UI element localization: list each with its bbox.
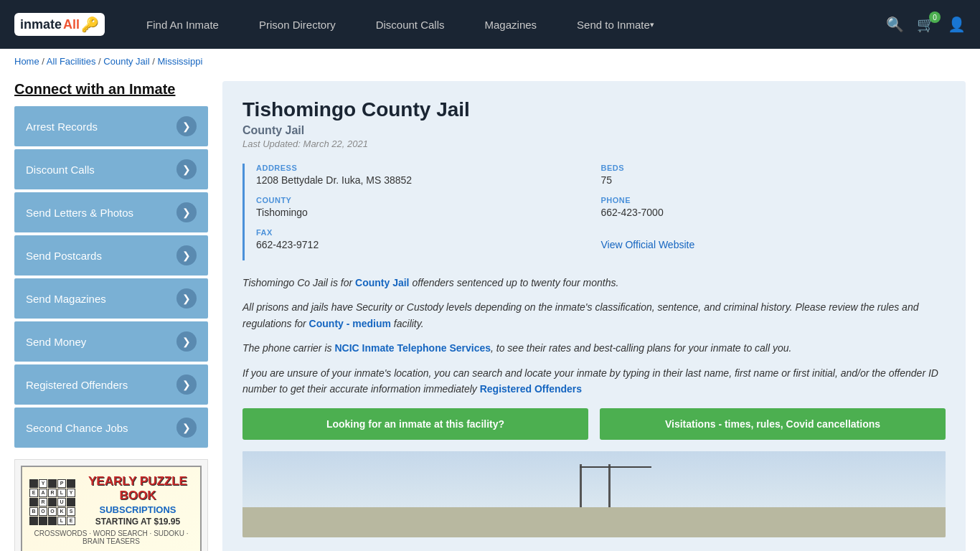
sidebar-label-arrest-records: Arrest Records [26, 121, 98, 133]
desc-para-1: Tishomingo Co Jail is for County Jail of… [242, 275, 946, 291]
beds-value: 75 [601, 174, 946, 186]
visitations-button[interactable]: Visitations - times, rules, Covid cancel… [600, 408, 946, 440]
sidebar-item-arrest-records[interactable]: Arrest Records ❯ [14, 106, 208, 146]
sidebar-label-send-postcards: Send Postcards [26, 250, 102, 262]
website-link[interactable]: View Official Website [601, 239, 695, 250]
sidebar-menu: Arrest Records ❯ Discount Calls ❯ Send L… [14, 106, 208, 448]
address-value: 1208 Bettydale Dr. Iuka, MS 38852 [256, 174, 601, 186]
sidebar-ad[interactable]: YP EARLY RU BOOKS LE YEARLY PUZZLE BOOK … [14, 459, 208, 551]
breadcrumb-mississippi[interactable]: Mississippi [157, 56, 202, 67]
sidebar-item-send-money[interactable]: Send Money ❯ [14, 321, 208, 362]
info-beds: BEDS 75 [601, 164, 946, 186]
nav-find-inmate[interactable]: Find An Inmate [126, 0, 239, 49]
desc-para-3: The phone carrier is NCIC Inmate Telepho… [242, 340, 946, 356]
ad-title: YEARLY PUZZLE BOOK [83, 474, 193, 503]
county-medium-link[interactable]: County - medium [309, 318, 391, 329]
nav-discount-calls[interactable]: Discount Calls [356, 0, 465, 49]
info-county: COUNTY Tishomingo [256, 196, 601, 218]
facility-updated: Last Updated: March 22, 2021 [242, 138, 946, 149]
ncic-link[interactable]: NCIC Inmate Telephone Services [334, 342, 491, 354]
facility-content: Tishomingo County Jail County Jail Last … [222, 81, 966, 551]
breadcrumb-county-jail[interactable]: County Jail [103, 56, 149, 67]
find-inmate-button[interactable]: Looking for an inmate at this facility? [242, 408, 588, 440]
desc-para-2: All prisons and jails have Security or C… [242, 299, 946, 331]
pole-left [580, 464, 582, 507]
arrow-icon: ❯ [176, 116, 197, 136]
breadcrumb: Home / All Facilities / County Jail / Mi… [0, 49, 980, 74]
sidebar-title: Connect with an Inmate [14, 81, 208, 98]
info-address: ADDRESS 1208 Bettydale Dr. Iuka, MS 3885… [256, 164, 601, 186]
facility-image [242, 451, 946, 537]
sidebar-item-send-postcards[interactable]: Send Postcards ❯ [14, 235, 208, 276]
phone-label: PHONE [601, 196, 946, 204]
info-website: View Official Website [601, 228, 946, 250]
logo[interactable]: inmate All 🔑 [14, 13, 105, 36]
sidebar-item-send-letters[interactable]: Send Letters & Photos ❯ [14, 192, 208, 232]
nav-magazines[interactable]: Magazines [465, 0, 557, 49]
county-value: Tishomingo [256, 207, 601, 218]
breadcrumb-all-facilities[interactable]: All Facilities [47, 56, 96, 67]
nav-send-to-inmate[interactable]: Send to Inmate [557, 0, 674, 49]
sidebar-item-second-chance-jobs[interactable]: Second Chance Jobs ❯ [14, 408, 208, 448]
nav-icons: 🔍 🛒 0 👤 [886, 16, 966, 33]
beds-label: BEDS [601, 164, 946, 172]
cart-button[interactable]: 🛒 0 [917, 16, 935, 33]
sidebar-label-registered-offenders: Registered Offenders [26, 379, 128, 391]
sidebar-item-discount-calls[interactable]: Discount Calls ❯ [14, 149, 208, 189]
sidebar-item-send-magazines[interactable]: Send Magazines ❯ [14, 278, 208, 319]
fax-value: 662-423-9712 [256, 239, 601, 250]
ad-small: CROSSWORDS · WORD SEARCH · SUDOKU · BRAI… [29, 529, 193, 545]
arrow-icon: ❯ [176, 159, 197, 179]
arrow-icon: ❯ [176, 331, 197, 352]
facility-description: Tishomingo Co Jail is for County Jail of… [242, 275, 946, 397]
fax-label: FAX [256, 228, 601, 237]
arrow-icon: ❯ [176, 245, 197, 265]
breadcrumb-home[interactable]: Home [14, 56, 39, 67]
info-phone: PHONE 662-423-7000 [601, 196, 946, 218]
facility-subtitle: County Jail [242, 124, 946, 137]
arrow-icon: ❯ [176, 375, 197, 395]
registered-offenders-link[interactable]: Registered Offenders [480, 383, 582, 395]
sidebar-label-send-letters: Send Letters & Photos [26, 207, 133, 219]
info-fax: FAX 662-423-9712 [256, 228, 601, 250]
ad-subtitle: SUBSCRIPTIONS [83, 504, 193, 515]
sidebar-label-send-magazines: Send Magazines [26, 293, 106, 305]
sidebar-item-registered-offenders[interactable]: Registered Offenders ❯ [14, 364, 208, 405]
logo-text: inmate [20, 17, 62, 32]
sidebar-label-second-chance-jobs: Second Chance Jobs [26, 422, 128, 434]
wire [580, 466, 651, 468]
navbar: inmate All 🔑 Find An Inmate Prison Direc… [0, 0, 980, 49]
website-spacer [601, 228, 946, 237]
county-jail-link[interactable]: County Jail [355, 277, 409, 288]
nav-prison-directory[interactable]: Prison Directory [239, 0, 356, 49]
arrow-icon: ❯ [176, 418, 197, 438]
sidebar: Connect with an Inmate Arrest Records ❯ … [14, 81, 208, 551]
arrow-icon: ❯ [176, 288, 197, 309]
sidebar-label-send-money: Send Money [26, 336, 86, 348]
county-label: COUNTY [256, 196, 601, 204]
sidebar-label-discount-calls: Discount Calls [26, 164, 95, 176]
info-grid: ADDRESS 1208 Bettydale Dr. Iuka, MS 3885… [242, 164, 946, 260]
desc-para-4: If you are unsure of your inmate's locat… [242, 365, 946, 397]
phone-value: 662-423-7000 [601, 207, 946, 218]
cart-badge: 0 [929, 11, 941, 23]
search-button[interactable]: 🔍 [886, 16, 904, 33]
address-label: ADDRESS [256, 164, 601, 172]
pole-right [608, 464, 611, 507]
action-buttons: Looking for an inmate at this facility? … [242, 408, 946, 440]
ad-price: STARTING AT $19.95 [83, 517, 193, 527]
logo-all: All [63, 17, 80, 32]
facility-title: Tishomingo County Jail [242, 98, 946, 121]
nav-links: Find An Inmate Prison Directory Discount… [126, 0, 886, 49]
main-layout: Connect with an Inmate Arrest Records ❯ … [0, 74, 980, 551]
account-button[interactable]: 👤 [948, 16, 966, 33]
arrow-icon: ❯ [176, 202, 197, 222]
logo-icon: 🔑 [81, 16, 99, 33]
crossword-grid: YP EARLY RU BOOKS LE [29, 479, 75, 525]
